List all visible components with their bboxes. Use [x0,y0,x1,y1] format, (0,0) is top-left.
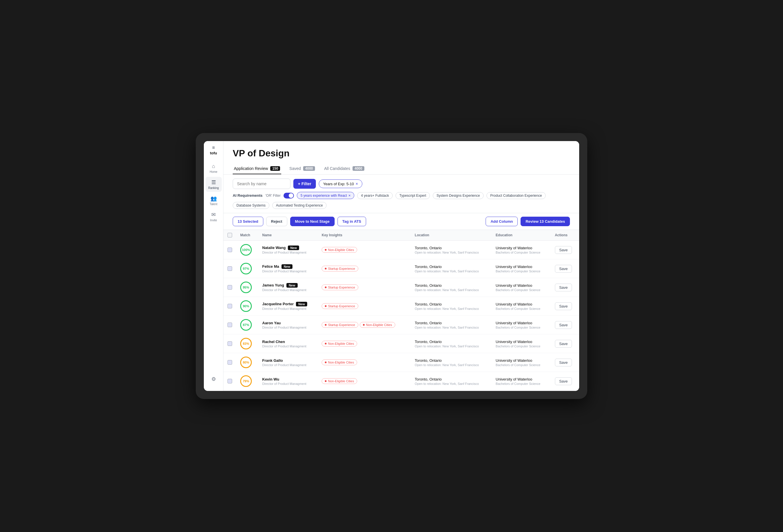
req-chip-typescript[interactable]: Typescript Expert [396,192,430,199]
education-main: University of Waterloo [496,246,547,250]
save-button[interactable]: Save [555,284,572,291]
education-main: University of Waterloo [496,302,547,306]
save-button[interactable]: Save [555,265,572,273]
candidate-name[interactable]: Natalie Wang [262,245,286,250]
candidate-name[interactable]: Jacqueline Porter [262,302,294,306]
save-button[interactable]: Save [555,377,572,385]
sidebar-item-invite[interactable]: ✉ Invite [206,209,222,224]
move-next-stage-button[interactable]: Move to Next Stage [290,217,335,226]
talent-icon: 👥 [211,195,217,202]
req-chip-system-design[interactable]: System Designs Experience [433,192,483,199]
req-chip-react[interactable]: 5 years experience with React × [297,192,354,199]
tab-all-candidates[interactable]: All Candidates 4000 [323,163,366,174]
sidebar-item-home[interactable]: ⌂ Home [206,161,222,176]
add-column-button[interactable]: Add Column [486,217,518,226]
location-main: Toronto, Ontario [415,283,488,288]
tab-saved[interactable]: Saved 4000 [288,163,316,174]
education-sub: Bachelors of Computer Science [496,251,547,254]
location-main: Toronto, Ontario [415,302,488,306]
tag-ats-button[interactable]: Tag in ATS [338,217,366,226]
location-sub: Open to relocation: New York, Sanf Franc… [415,269,488,273]
insight-dot [325,343,326,344]
or-filter-toggle[interactable] [284,193,294,199]
save-button[interactable]: Save [555,340,572,347]
new-badge: New [288,245,299,250]
sidebar-item-settings[interactable]: ⚙ [206,374,222,385]
sidebar-label-invite: Invite [210,219,217,222]
sidebar-item-talent[interactable]: 👥 Talent [206,193,222,208]
insight-dot [325,268,326,269]
save-button[interactable]: Save [555,321,572,329]
candidate-name[interactable]: Rachel Chen [262,339,285,344]
selected-button[interactable]: 13 Selected [233,217,263,226]
row-checkbox[interactable] [227,304,232,308]
active-filter-chip[interactable]: Years of Exp: 5-10 × [319,179,362,188]
header-checkbox[interactable] [227,233,232,237]
row-checkbox[interactable] [227,247,232,252]
main-content: VP of Design Application Review 150 Save… [223,141,579,391]
home-icon: ⌂ [212,163,215,169]
req-chip-auto-testing[interactable]: Automated Testing Experience [272,202,327,209]
candidate-title: Director of Product Managment [262,251,314,254]
location-main: Toronto, Ontario [415,339,488,344]
insight-badge: Non-Eligible Cities [360,322,395,328]
candidate-name[interactable]: Felice Ma [262,264,279,269]
table-header-row: Match Name Key Insights Location Educati… [223,230,579,241]
app-window: ≡ tofu ⌂ Home ☰ Ranking 👥 Talent ✉ [204,141,579,391]
match-circle: 80% [240,357,252,368]
tab-application-review[interactable]: Application Review 150 [233,163,281,174]
req-chip-product-collab[interactable]: Product Collaboration Experience [487,192,546,199]
sidebar-logo: ≡ tofu [210,145,217,155]
save-button[interactable]: Save [555,302,572,310]
or-filter-label: 'OR' Filter [265,194,281,198]
match-circle: 87% [240,319,252,331]
education-main: University of Waterloo [496,339,547,344]
req-chip-database[interactable]: Database Systems [233,202,270,209]
row-checkbox[interactable] [227,379,232,384]
row-checkbox[interactable] [227,323,232,327]
candidate-name[interactable]: James Yung [262,283,284,287]
settings-icon: ⚙ [211,376,216,382]
req-chip-react-close[interactable]: × [348,193,351,198]
sidebar-label-talent: Talent [210,202,217,206]
row-checkbox[interactable] [227,360,232,365]
candidates-table: Match Name Key Insights Location Educati… [223,230,579,391]
save-button[interactable]: Save [555,246,572,254]
row-checkbox[interactable] [227,285,232,290]
row-checkbox[interactable] [227,341,232,346]
reject-button[interactable]: Reject [266,217,287,226]
sidebar-nav: ⌂ Home ☰ Ranking 👥 Talent ✉ Invite [206,161,222,374]
candidate-name[interactable]: Aaron Yau [262,321,281,325]
req-chip-product-collab-label: Product Collaboration Experience [490,194,542,198]
candidate-name[interactable]: Kevin Wu [262,377,279,381]
candidate-name-cell: Frank GalloDirector of Product Managment [262,358,314,367]
sidebar-item-ranking[interactable]: ☰ Ranking [206,177,222,192]
filter-chip-close[interactable]: × [356,181,358,186]
education-sub: Bachelors of Computer Science [496,363,547,367]
col-header-actions: Actions [551,230,579,241]
candidate-name[interactable]: Frank Gallo [262,358,283,363]
req-chip-fullstack[interactable]: 4 years+ Fullstack [357,192,393,199]
candidate-title: Director of Product Managment [262,344,314,348]
education-sub: Bachelors of Computer Science [496,288,547,292]
sidebar: ≡ tofu ⌂ Home ☰ Ranking 👥 Talent ✉ [204,141,223,391]
table-row: 90%Jacqueline PorterNewDirector of Produ… [223,297,579,315]
candidate-name-cell: Felice MaNewDirector of Product Managmen… [262,264,314,273]
insight-badge: Startup Experience [322,303,358,309]
action-bar: 13 Selected Reject Move to Next Stage Ta… [223,213,579,230]
education-main: University of Waterloo [496,358,547,363]
req-chip-react-label: 5 years experience with React [301,194,347,198]
save-button[interactable]: Save [555,359,572,366]
table-row: 79%Kevin WuDirector of Product Managment… [223,372,579,391]
review-candidates-button[interactable]: Review 13 Candidates [521,217,570,226]
row-checkbox[interactable] [227,266,232,271]
candidate-title: Director of Product Managment [262,382,314,386]
filter-row: + Filter Years of Exp: 5-10 × [233,178,570,189]
hamburger-icon[interactable]: ≡ [212,145,215,150]
table-row: 87%Aaron YauDirector of Product Managmen… [223,315,579,334]
match-circle: 90% [240,300,252,312]
search-input[interactable] [233,178,290,189]
location-sub: Open to relocation: New York, Sanf Franc… [415,251,488,254]
filter-button[interactable]: + Filter [293,179,316,189]
new-badge: New [282,264,293,269]
